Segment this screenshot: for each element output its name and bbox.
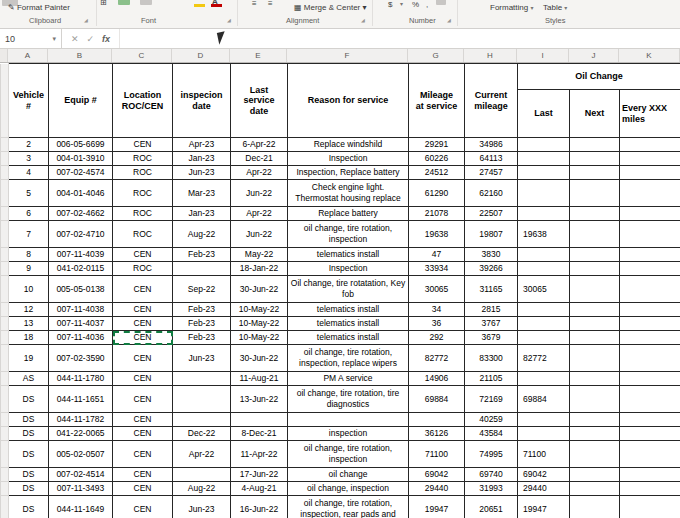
cell-last_service[interactable]: Apr-22: [231, 207, 288, 221]
cell-equip[interactable]: 007-11-3493: [49, 482, 113, 496]
cell-oil_next[interactable]: [570, 166, 620, 180]
cell-equip[interactable]: 004-01-3910: [49, 152, 113, 166]
cell-location[interactable]: ROC: [113, 180, 173, 207]
cell-vehicle[interactable]: 6: [9, 207, 49, 221]
cell-oil_every[interactable]: [620, 152, 680, 166]
enter-icon[interactable]: ✓: [87, 34, 95, 44]
cell-inspection[interactable]: Dec-22: [173, 427, 231, 441]
cell-inspection[interactable]: Aug-22: [173, 482, 231, 496]
cell-last_service[interactable]: May-22: [231, 248, 288, 262]
cell-vehicle[interactable]: 8: [9, 248, 49, 262]
cell-last_service[interactable]: 10-May-22: [231, 317, 288, 331]
cell-oil_last[interactable]: [518, 427, 570, 441]
header-oil-change[interactable]: Oil Change: [518, 64, 680, 90]
cell-inspection[interactable]: Jun-23: [173, 496, 231, 518]
cell-current_mileage[interactable]: 31165: [465, 276, 518, 303]
cell-oil_every[interactable]: [620, 248, 680, 262]
cell-oil_next[interactable]: [570, 180, 620, 207]
alignment-dialog-launcher-icon[interactable]: ◢: [361, 17, 365, 23]
cell-oil_every[interactable]: [620, 386, 680, 413]
align-center-icon[interactable]: ≡: [268, 0, 273, 8]
cell-vehicle[interactable]: AS: [9, 372, 49, 386]
cell-location[interactable]: CEN: [113, 138, 173, 152]
cell-inspection[interactable]: Feb-23: [173, 317, 231, 331]
cell-vehicle[interactable]: DS: [9, 468, 49, 482]
cell-oil_next[interactable]: [570, 372, 620, 386]
cell-oil_next[interactable]: [570, 207, 620, 221]
cell-reason[interactable]: telematics install: [288, 317, 409, 331]
cell-current_mileage[interactable]: 3830: [465, 248, 518, 262]
cell-current_mileage[interactable]: 2815: [465, 303, 518, 317]
cell-oil_every[interactable]: [620, 166, 680, 180]
cell-oil_last[interactable]: 30065: [518, 276, 570, 303]
cell-oil_next[interactable]: [570, 303, 620, 317]
cell-reason[interactable]: oil change, tire rotation, inspection: [288, 221, 409, 248]
row-number-stub[interactable]: [1, 207, 9, 221]
header-mileage-at-service[interactable]: Mileage at service: [409, 64, 465, 138]
cell-current_mileage[interactable]: 19807: [465, 221, 518, 248]
row-number-stub[interactable]: [1, 331, 9, 345]
cell-equip[interactable]: 044-11-1780: [49, 372, 113, 386]
cell-oil_every[interactable]: [620, 276, 680, 303]
cell-oil_last[interactable]: [518, 207, 570, 221]
cell-equip[interactable]: 007-11-4037: [49, 317, 113, 331]
cell-reason[interactable]: PM A service: [288, 372, 409, 386]
row-number-stub[interactable]: [1, 427, 9, 441]
cell-current_mileage[interactable]: 72169: [465, 386, 518, 413]
cell-inspection[interactable]: Sep-22: [173, 276, 231, 303]
cell-oil_every[interactable]: [620, 468, 680, 482]
column-header-C[interactable]: C: [112, 49, 172, 62]
cell-vehicle[interactable]: DS: [9, 427, 49, 441]
percent-style-icon[interactable]: %: [412, 0, 419, 9]
cell-mileage_at_service[interactable]: 69884: [409, 386, 465, 413]
font-dialog-launcher-icon[interactable]: ◢: [227, 17, 231, 23]
header-current-mileage[interactable]: Current mileage: [465, 64, 518, 138]
cell-inspection[interactable]: [173, 386, 231, 413]
increase-decimal-icon[interactable]: [436, 0, 446, 5]
comma-style-icon[interactable]: ,: [426, 0, 428, 9]
row-number-stub[interactable]: [1, 317, 9, 331]
column-header-H[interactable]: H: [464, 49, 517, 62]
cell-oil_next[interactable]: [570, 248, 620, 262]
cell-last_service[interactable]: 17-Jun-22: [231, 468, 288, 482]
cell-equip[interactable]: 007-02-4514: [49, 468, 113, 482]
row-number-stub[interactable]: [1, 262, 9, 276]
cell-oil_last[interactable]: 82772: [518, 345, 570, 372]
cell-reason[interactable]: Inspection, Replace battery: [288, 166, 409, 180]
currency-format-icon[interactable]: $: [388, 0, 392, 9]
cell-inspection[interactable]: Aug-22: [173, 221, 231, 248]
cell-reason[interactable]: Inspection: [288, 152, 409, 166]
cell-mileage_at_service[interactable]: 29291: [409, 138, 465, 152]
cell-equip[interactable]: 044-11-1649: [49, 496, 113, 518]
column-header-K[interactable]: K: [619, 49, 680, 62]
cell-oil_next[interactable]: [570, 441, 620, 468]
insert-function-icon[interactable]: fx: [102, 34, 110, 44]
cell-equip[interactable]: 007-11-4039: [49, 248, 113, 262]
cell-mileage_at_service[interactable]: 30065: [409, 276, 465, 303]
cell-oil_next[interactable]: [570, 413, 620, 427]
cell-mileage_at_service[interactable]: 71100: [409, 441, 465, 468]
column-header-B[interactable]: B: [48, 49, 112, 62]
cell-mileage_at_service[interactable]: 19947: [409, 496, 465, 518]
cell-last_service[interactable]: 13-Jun-22: [231, 386, 288, 413]
row-number-stub[interactable]: [1, 386, 9, 413]
header-inspection-date[interactable]: inspecion date: [173, 64, 231, 138]
cell-last_service[interactable]: 8-Dec-21: [231, 427, 288, 441]
cell-oil_next[interactable]: [570, 496, 620, 518]
cell-location[interactable]: CEN: [113, 372, 173, 386]
cell-vehicle[interactable]: DS: [9, 496, 49, 518]
cell-location[interactable]: CEN: [113, 248, 173, 262]
cell-oil_every[interactable]: [620, 303, 680, 317]
cell-oil_next[interactable]: [570, 468, 620, 482]
cell-inspection[interactable]: Jun-23: [173, 166, 231, 180]
row-number-stub[interactable]: [1, 496, 9, 518]
cell-location[interactable]: CEN: [113, 331, 173, 345]
cell-oil_last[interactable]: 69884: [518, 386, 570, 413]
cell-mileage_at_service[interactable]: [409, 413, 465, 427]
conditional-formatting-button[interactable]: Formatting ▾: [490, 3, 533, 12]
fill-color-icon[interactable]: [194, 4, 205, 7]
cell-reason[interactable]: Replace battery: [288, 207, 409, 221]
cell-oil_last[interactable]: [518, 372, 570, 386]
cell-last_service[interactable]: 6-Apr-22: [231, 138, 288, 152]
cell-current_mileage[interactable]: 43584: [465, 427, 518, 441]
